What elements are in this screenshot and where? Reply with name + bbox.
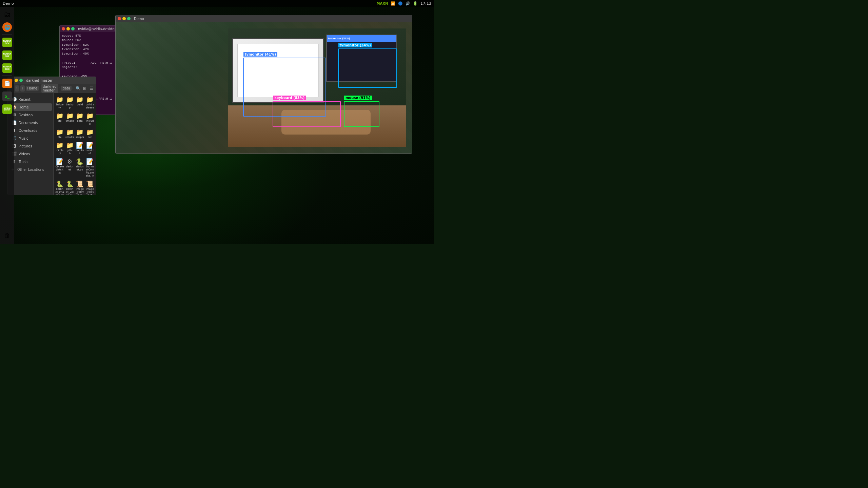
- terminal-close-btn[interactable]: [62, 27, 65, 30]
- file-darknet-py[interactable]: 🐍 darknet.py: [75, 157, 85, 178]
- file-name-darknet-images-py: darknet_images.py: [55, 187, 64, 195]
- detection-label-keyboard: keyboard (83%): [273, 96, 306, 100]
- file-name-cfg: cfg: [58, 119, 62, 122]
- file-name-obj: obj: [58, 136, 61, 139]
- file-icon-build-ps1: 📝: [86, 141, 94, 149]
- dock-item-nvidia-dz[interactable]: NVIDIADEV: [1, 36, 13, 48]
- fm-menu-btn[interactable]: ☰: [88, 85, 95, 92]
- file-icon-darknetconfigmake: 📝: [86, 158, 94, 165]
- dock-item-terminal[interactable]: $_: [1, 90, 13, 102]
- dock-item-nvidia-jz[interactable]: NVIDIAZOO: [1, 62, 13, 74]
- file-name-scripts: scripts: [76, 136, 84, 139]
- app-menu-label[interactable]: Demo: [3, 1, 14, 6]
- file-data[interactable]: 📁 data: [75, 111, 85, 126]
- file-cmakelists[interactable]: 📝 CMakeLists.txt: [55, 157, 64, 178]
- file-image-yolov3[interactable]: 📜 image_yolov3.sh: [75, 179, 85, 195]
- fm-maximize-btn[interactable]: [19, 79, 23, 82]
- folder-icon-cfg: 📁: [56, 112, 63, 119]
- file-circleci[interactable]: 📁 .circleci: [55, 140, 64, 156]
- dock-item-l4t[interactable]: 📄: [1, 77, 13, 89]
- sidebar-add-other-locations[interactable]: + Other Locations: [8, 166, 53, 173]
- demo-title: Demo: [134, 17, 144, 21]
- nvidia-jz-icon: NVIDIAZOO: [3, 66, 11, 70]
- folder-icon-backup: 📁: [66, 96, 74, 103]
- demo-close-btn[interactable]: [118, 17, 121, 20]
- sidebar-item-pictures[interactable]: 🖼 Pictures: [9, 142, 52, 150]
- file-build[interactable]: 📁 build: [75, 95, 85, 110]
- file-image-yolov4[interactable]: 📜 image_yolov4.sh: [85, 179, 95, 195]
- sidebar-item-desktop[interactable]: 🖥 Desktop: [9, 111, 52, 119]
- topbar-icon-volume: 🔊: [406, 1, 410, 6]
- sidebar-item-trash[interactable]: 🗑 Trash: [9, 158, 52, 165]
- file-darknet-images-py[interactable]: 🐍 darknet_images.py: [55, 179, 64, 195]
- sidebar-label-home: Home: [19, 105, 29, 109]
- file-name-darknetconfigmake: DarknetCo nfig.cmake. in: [85, 165, 94, 177]
- file-cmake[interactable]: 📁 cmake: [65, 111, 75, 126]
- sidebar-label-documents: Documents: [19, 121, 38, 125]
- sidebar-label-downloads: Downloads: [19, 129, 37, 133]
- detection-label-mouse: mouse (91%): [344, 96, 372, 100]
- file-scripts[interactable]: 📁 scripts: [75, 127, 85, 140]
- sidebar-item-videos[interactable]: 🎬 Videos: [9, 150, 52, 158]
- folder-icon-scripts: 📁: [76, 128, 83, 136]
- demo-content: tvmonitor (34%) tvmonitor (41%) tvmonito…: [116, 22, 412, 154]
- file-darknet-video-py[interactable]: 🐍 darknet_video.py: [65, 179, 75, 195]
- sidebar-label-music: Music: [19, 137, 28, 140]
- dock-separator-1: [2, 35, 12, 35]
- breadcrumb-home[interactable]: Home: [26, 86, 39, 91]
- sidebar-item-downloads[interactable]: ⬇ Downloads: [9, 127, 52, 134]
- file-name-github: .github: [65, 149, 74, 155]
- sidebar-item-home[interactable]: 🏠 Home: [9, 103, 52, 111]
- file-cfg[interactable]: 📁 cfg: [55, 111, 64, 126]
- breadcrumb-data[interactable]: data: [61, 86, 72, 91]
- filemanager-window: darknet-master ‹ › ↑ Home › darknet-mast…: [7, 77, 96, 195]
- sidebar-item-music[interactable]: 🎵 Music: [9, 135, 52, 142]
- nvidia-jsf-icon: NVIDIASUP: [3, 53, 11, 57]
- folder-icon-results: 📁: [66, 128, 74, 136]
- nvidia-dz-icon: NVIDIADEV: [3, 40, 11, 44]
- breadcrumb-darknet[interactable]: darknet-master: [41, 84, 58, 93]
- detection-label-tvmonitor-2: tvmonitor (34%): [338, 43, 372, 47]
- sidebar-label-desktop: Desktop: [19, 113, 33, 117]
- sidebar-item-recent[interactable]: 🕐 Recent: [9, 96, 52, 103]
- fm-title: darknet-master: [26, 79, 53, 82]
- fm-forward-btn[interactable]: ›: [15, 85, 19, 92]
- topbar: Demo MAXN 📶 🔵 🔊 🔋 17:13: [0, 0, 434, 7]
- dock-item-files[interactable]: 🗂: [1, 8, 13, 20]
- file-name-darknet-video-py: darknet_video.py: [65, 187, 74, 195]
- terminal-minimize-btn[interactable]: [66, 27, 70, 30]
- file-build-ps1[interactable]: 📝 build.ps1: [85, 140, 95, 156]
- fm-view-btn[interactable]: ⊞: [82, 85, 88, 92]
- file-include[interactable]: 📁 include: [85, 111, 95, 126]
- file-backup[interactable]: 📁 backup: [65, 95, 75, 110]
- file-github[interactable]: 📁 .github: [65, 140, 75, 156]
- dock-separator-2: [2, 76, 12, 76]
- topbar-icon-battery: 🔋: [413, 1, 418, 6]
- sidebar-item-documents[interactable]: 📄 Documents: [9, 119, 52, 126]
- fm-up-btn[interactable]: ↑: [20, 85, 25, 92]
- dock-item-trash[interactable]: 🗑: [1, 229, 13, 241]
- detection-keyboard: keyboard (83%): [273, 101, 341, 127]
- file-darknetconfigmake[interactable]: 📝 DarknetCo nfig.cmake. in: [85, 157, 95, 178]
- file-obj[interactable]: 📁 obj: [55, 127, 64, 140]
- fm-minimize-btn[interactable]: [15, 79, 18, 82]
- demo-minimize-btn[interactable]: [122, 17, 126, 20]
- dock-item-chromium[interactable]: 🌐: [1, 21, 13, 33]
- demo-maximize-btn[interactable]: [127, 17, 131, 20]
- terminal-maximize-btn[interactable]: [71, 27, 75, 30]
- topbar-left: Demo: [3, 1, 14, 6]
- file-icon-image-yolov3: 📜: [76, 180, 83, 187]
- topbar-time: 17:13: [420, 1, 431, 6]
- file-icon-darknet: ⚙: [67, 158, 73, 165]
- folder-icon-build-release: 📁: [86, 96, 94, 103]
- topbar-right: MAXN 📶 🔵 🔊 🔋 17:13: [377, 1, 431, 6]
- file-results[interactable]: 📁 results: [65, 127, 75, 140]
- dock-item-nvidia-comm[interactable]: NVIDIACOMM: [1, 103, 13, 115]
- fm-search-btn[interactable]: 🔍: [75, 85, 81, 92]
- file-bad-list[interactable]: 📝 bad.list: [75, 140, 85, 156]
- file-3rdparty[interactable]: 📁 3rdparty: [55, 95, 64, 110]
- file-darknet[interactable]: ⚙ darknet: [65, 157, 75, 178]
- dock-item-nvidia-jsf[interactable]: NVIDIASUP: [1, 49, 13, 61]
- file-src[interactable]: 📁 src: [85, 127, 95, 140]
- file-build-release[interactable]: 📁 build_release: [85, 95, 95, 110]
